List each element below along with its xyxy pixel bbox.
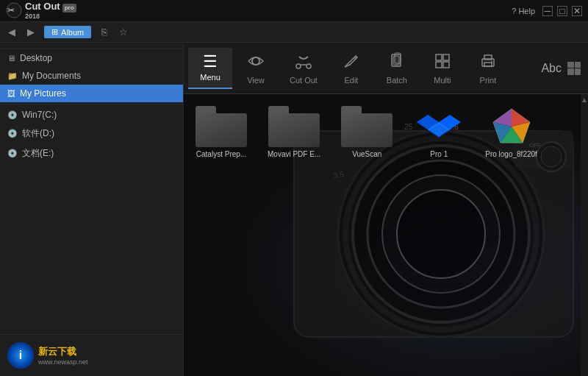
logo-box-icon xyxy=(486,106,537,147)
tab-batch[interactable]: Batch xyxy=(375,46,419,91)
tab-edit[interactable]: Edit xyxy=(329,46,373,91)
album-icon: ⊞ xyxy=(51,27,58,37)
folder-icon-catalyst xyxy=(196,106,247,147)
sidebar-items: 🖥 Desktop 📁 My Documents 🖼 My Pictures 💿… xyxy=(0,49,183,334)
dropbox-icon xyxy=(413,106,465,147)
tab-view[interactable]: View xyxy=(234,46,278,91)
app-name-text: Cut Out pro 2018 xyxy=(25,1,76,20)
file-name-movavi: Movavi PDF E... xyxy=(268,150,320,158)
folder-body xyxy=(196,113,247,147)
content-area: ☰ Menu View xyxy=(184,43,588,376)
sidebar: 🖥 Desktop 📁 My Documents 🖼 My Pictures 💿… xyxy=(0,43,184,376)
svg-point-3 xyxy=(296,64,301,68)
folder-body-3 xyxy=(341,113,392,147)
cutout-logo-icon: ✂ xyxy=(6,2,22,18)
batch-tab-icon xyxy=(388,52,406,73)
sidebar-path xyxy=(0,43,183,49)
folder-icon-vuescan xyxy=(341,106,392,147)
e-drive-icon: 💿 xyxy=(7,149,18,158)
sidebar-item-e-drive[interactable]: 💿 文档(E:) xyxy=(0,143,183,163)
file-item-prologo[interactable]: Pro logo_8f220f xyxy=(481,102,542,163)
sidebar-item-pictures[interactable]: 🖼 My Pictures xyxy=(0,85,183,102)
app-logo: ✂ Cut Out pro 2018 xyxy=(6,1,76,20)
grid-cell-3 xyxy=(567,68,574,75)
file-item-catalyst[interactable]: Catalyst Prep... xyxy=(191,102,251,163)
tab-bar-right: Abc xyxy=(538,59,584,78)
file-name-catalyst: Catalyst Prep... xyxy=(196,150,246,158)
toolbar: ◀ ▶ ⊞ Album ⎘ ☆ xyxy=(0,22,588,43)
tab-print[interactable]: Print xyxy=(466,46,510,91)
sidebar-divider xyxy=(0,104,183,104)
view-tab-icon xyxy=(247,52,265,73)
title-left: ✂ Cut Out pro 2018 xyxy=(6,1,76,20)
pictures-icon: 🖼 xyxy=(7,89,15,98)
grid-cell-1 xyxy=(567,62,574,68)
grid-button[interactable] xyxy=(567,62,581,75)
sidebar-item-d-drive[interactable]: 💿 软件(D:) xyxy=(0,124,183,143)
copy-button[interactable]: ⎘ xyxy=(96,24,113,40)
svg-rect-11 xyxy=(436,62,442,68)
main-layout: 🖥 Desktop 📁 My Documents 🖼 My Pictures 💿… xyxy=(0,43,588,376)
title-controls: ? Help ─ □ ✕ xyxy=(512,6,582,16)
back-button[interactable]: ◀ xyxy=(3,24,21,40)
album-button[interactable]: ⊞ Album xyxy=(44,26,91,38)
svg-point-34 xyxy=(541,146,562,167)
file-item-pro1[interactable]: Pro 1 xyxy=(409,102,469,163)
scroll-up-arrow[interactable]: ▲ xyxy=(581,96,588,104)
question-icon: ? xyxy=(512,7,516,15)
svg-text:✂: ✂ xyxy=(7,5,15,15)
grid-cell-2 xyxy=(575,62,581,68)
documents-icon: 📁 xyxy=(7,71,18,81)
watermark-text: 新云下载 www.newasp.net xyxy=(38,345,88,366)
watermark: i 新云下载 www.newasp.net xyxy=(4,339,179,372)
svg-point-4 xyxy=(306,64,311,68)
sidebar-item-documents[interactable]: 📁 My Documents xyxy=(0,67,183,85)
restore-button[interactable]: □ xyxy=(557,6,567,16)
star-button[interactable]: ☆ xyxy=(115,24,132,40)
edit-tab-icon xyxy=(343,52,360,73)
desktop-icon: 🖥 xyxy=(7,54,15,63)
svg-rect-12 xyxy=(443,62,449,68)
minimize-button[interactable]: ─ xyxy=(542,6,553,16)
file-name-vuescan: VueScan xyxy=(352,150,381,158)
print-tab-icon xyxy=(479,52,497,73)
watermark-logo: i xyxy=(7,342,34,369)
cutout-tab-icon xyxy=(295,52,312,73)
title-bar: ✂ Cut Out pro 2018 ? Help ─ □ ✕ xyxy=(0,0,588,22)
help-button[interactable]: ? Help xyxy=(512,7,535,15)
window-controls: ─ □ ✕ xyxy=(542,6,582,16)
grid-cell-4 xyxy=(575,68,581,75)
sidebar-bottom: i 新云下载 www.newasp.net xyxy=(0,334,183,376)
forward-button[interactable]: ▶ xyxy=(22,24,40,40)
file-name-prologo: Pro logo_8f220f xyxy=(485,150,537,158)
file-browser: 3.5 5 15 25 35 5.6 OFF ON xyxy=(184,94,588,376)
file-name-pro1: Pro 1 xyxy=(430,150,448,158)
c-drive-icon: 💿 xyxy=(7,110,18,120)
close-button[interactable]: ✕ xyxy=(572,6,582,16)
folder-body-2 xyxy=(268,113,320,147)
svg-rect-10 xyxy=(443,54,449,60)
file-item-vuescan[interactable]: VueScan xyxy=(337,102,397,163)
scrollbar[interactable]: ▲ xyxy=(581,94,588,376)
svg-rect-15 xyxy=(484,63,492,66)
tab-cutout[interactable]: Cut Out xyxy=(279,46,328,91)
tab-multi[interactable]: Multi xyxy=(420,46,465,91)
svg-point-2 xyxy=(252,57,259,65)
sidebar-item-c-drive[interactable]: 💿 Win7(C:) xyxy=(0,106,183,124)
file-item-movavi[interactable]: Movavi PDF E... xyxy=(263,102,325,163)
file-grid: Catalyst Prep... Movavi PDF E... xyxy=(191,102,542,163)
svg-point-23 xyxy=(397,190,485,278)
svg-point-16 xyxy=(491,61,492,63)
tab-menu[interactable]: ☰ Menu xyxy=(188,48,232,89)
svg-rect-9 xyxy=(436,54,442,60)
menu-tab-icon: ☰ xyxy=(203,54,218,70)
d-drive-icon: 💿 xyxy=(7,129,18,138)
tab-bar: ☰ Menu View xyxy=(184,43,588,94)
abc-button[interactable]: Abc xyxy=(538,59,564,78)
sidebar-item-desktop[interactable]: 🖥 Desktop xyxy=(0,49,183,67)
folder-icon-movavi xyxy=(268,106,320,147)
multi-tab-icon xyxy=(434,52,451,73)
